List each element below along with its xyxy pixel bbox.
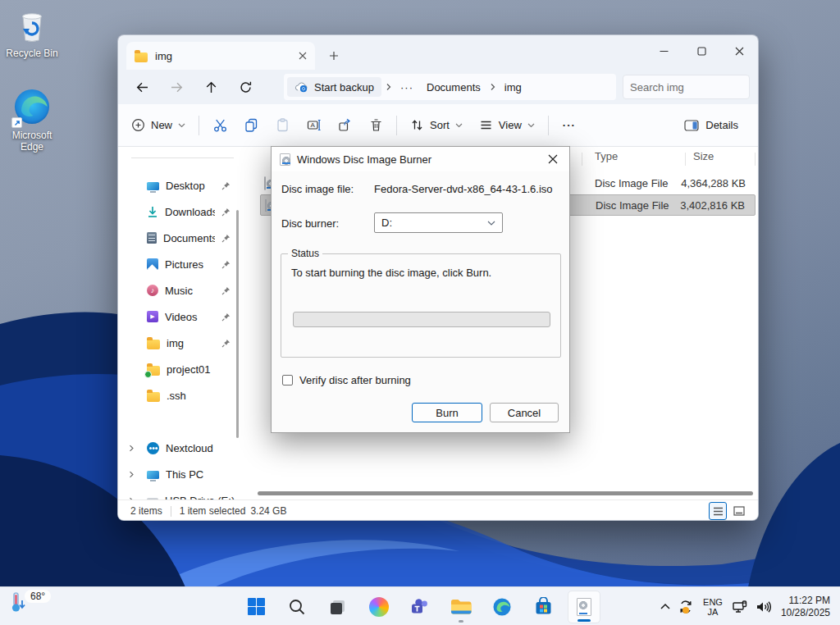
pictures-icon <box>147 258 158 270</box>
tab-img[interactable]: img <box>126 42 315 70</box>
tab-close-icon[interactable] <box>299 52 307 60</box>
column-separator[interactable] <box>685 153 686 166</box>
delete-button[interactable] <box>360 112 391 139</box>
sidebar-item-ssh[interactable]: .ssh <box>121 382 235 408</box>
breadcrumb-documents[interactable]: Documents <box>422 81 486 94</box>
pin-icon <box>221 312 231 322</box>
disc-image-file-icon <box>265 198 267 212</box>
screen: { "desktop": { "recycle_bin_label": "Rec… <box>0 0 840 625</box>
desktop-icon-recycle-bin[interactable]: Recycle Bin <box>0 7 64 59</box>
details-view-toggle[interactable] <box>709 502 727 520</box>
content-view-toggle[interactable] <box>730 502 748 520</box>
breadcrumb: Start backup ··· Documents img <box>284 74 616 100</box>
disc-burner-dropdown[interactable]: D: <box>374 212 503 233</box>
details-pane-button[interactable]: Details <box>674 112 748 139</box>
navigation-pane: Desktop Downloads Documents Pictures ♪ M… <box>118 147 239 500</box>
start-button[interactable] <box>240 591 272 623</box>
edge-icon <box>0 87 64 126</box>
details-pane-icon <box>684 119 699 132</box>
minimize-button[interactable] <box>645 35 682 66</box>
refresh-button[interactable] <box>231 75 259 99</box>
expand-chevron-icon[interactable] <box>128 445 135 452</box>
item-count: 2 items <box>130 505 162 517</box>
new-button[interactable]: New <box>123 112 194 139</box>
verify-checkbox[interactable] <box>282 375 293 385</box>
cancel-button[interactable]: Cancel <box>490 403 559 422</box>
file-explorer-button[interactable] <box>445 591 477 623</box>
rename-button[interactable]: A <box>298 112 329 139</box>
command-toolbar: New A <box>118 104 758 147</box>
hidden-icons-chevron[interactable] <box>660 603 671 610</box>
teams-button[interactable] <box>404 591 436 623</box>
recycle-bin-icon <box>0 7 64 44</box>
cut-button[interactable] <box>204 112 235 139</box>
back-button[interactable] <box>128 75 156 99</box>
column-header-size[interactable]: Size <box>693 150 714 162</box>
close-button[interactable] <box>720 35 758 66</box>
edge-button[interactable] <box>486 591 518 623</box>
microsoft-store-button[interactable] <box>527 591 559 623</box>
horizontal-scrollbar[interactable] <box>258 491 753 495</box>
disc-image-burner-dialog: Windows Disc Image Burner Disc image fil… <box>271 146 570 433</box>
task-view-button[interactable] <box>322 591 354 623</box>
videos-icon: ▶ <box>147 311 158 322</box>
network-icon[interactable] <box>732 600 748 614</box>
taskbar: 68° <box>0 586 840 625</box>
temperature-badge: 68° <box>25 590 51 603</box>
start-backup-chip[interactable]: Start backup <box>287 77 381 97</box>
sidebar-item-downloads[interactable]: Downloads <box>121 198 235 225</box>
chevron-right-icon <box>385 83 392 91</box>
paste-button[interactable] <box>267 112 298 139</box>
sidebar-item-img[interactable]: img <box>121 330 235 356</box>
downloads-icon <box>147 206 158 218</box>
share-button[interactable] <box>329 112 360 139</box>
copy-button[interactable] <box>235 112 267 139</box>
search-box[interactable] <box>623 75 750 99</box>
toolbar-separator <box>396 116 397 135</box>
sidebar-item-usb-drive[interactable]: USB Drive (E:) <box>121 487 235 500</box>
breadcrumb-img[interactable]: img <box>500 81 527 94</box>
volume-icon[interactable] <box>755 600 771 614</box>
clock[interactable]: 11:22 PM 10/28/2025 <box>781 595 830 619</box>
breadcrumb-ellipsis-button[interactable]: ··· <box>395 81 418 94</box>
sidebar-item-desktop[interactable]: Desktop <box>121 172 235 198</box>
edge-label: Microsoft Edge <box>6 130 58 153</box>
more-options-button[interactable]: ··· <box>554 112 585 139</box>
sidebar-item-documents[interactable]: Documents <box>121 225 235 251</box>
new-tab-button[interactable] <box>325 47 343 65</box>
up-button[interactable] <box>197 75 225 99</box>
chevron-down-icon <box>527 123 535 128</box>
disc-burner-taskbar-button[interactable] <box>568 591 600 623</box>
svg-text:A: A <box>310 121 315 129</box>
column-separator[interactable] <box>755 153 756 166</box>
weather-widget[interactable]: 68° <box>8 590 51 614</box>
copilot-button[interactable] <box>363 591 395 623</box>
sidebar-item-music[interactable]: ♪ Music <box>121 277 235 303</box>
details-pane-label: Details <box>705 119 738 131</box>
view-button[interactable]: View <box>471 112 543 139</box>
tab-title: img <box>155 50 291 62</box>
active-app-indicator <box>578 619 591 622</box>
search-input[interactable] <box>630 81 759 94</box>
sidebar-item-pictures[interactable]: Pictures <box>121 251 235 277</box>
forward-button[interactable] <box>162 75 190 99</box>
column-separator[interactable] <box>582 153 582 166</box>
desktop-icon-edge[interactable]: Microsoft Edge <box>0 87 64 153</box>
sort-button[interactable]: Sort <box>402 112 471 139</box>
search-button[interactable] <box>281 591 313 623</box>
new-button-label: New <box>151 119 172 131</box>
sidebar-item-project01[interactable]: project01 <box>121 356 235 382</box>
sidebar-item-videos[interactable]: ▶ Videos <box>121 303 235 330</box>
expand-chevron-icon[interactable] <box>128 471 135 478</box>
maximize-button[interactable] <box>682 35 720 66</box>
dialog-close-button[interactable] <box>536 147 569 171</box>
language-indicator[interactable]: ENG JA <box>701 597 725 617</box>
sync-status-icon[interactable] <box>678 599 694 615</box>
selection-count: 1 item selected <box>180 505 246 517</box>
verify-disc-option[interactable]: Verify disc after burning <box>282 374 411 386</box>
sync-badge <box>682 607 689 614</box>
burn-button[interactable]: Burn <box>412 403 482 422</box>
sidebar-item-nextcloud[interactable]: Nextcloud <box>121 435 235 461</box>
column-header-type[interactable]: Type <box>595 150 618 162</box>
sidebar-item-this-pc[interactable]: This PC <box>121 461 235 487</box>
